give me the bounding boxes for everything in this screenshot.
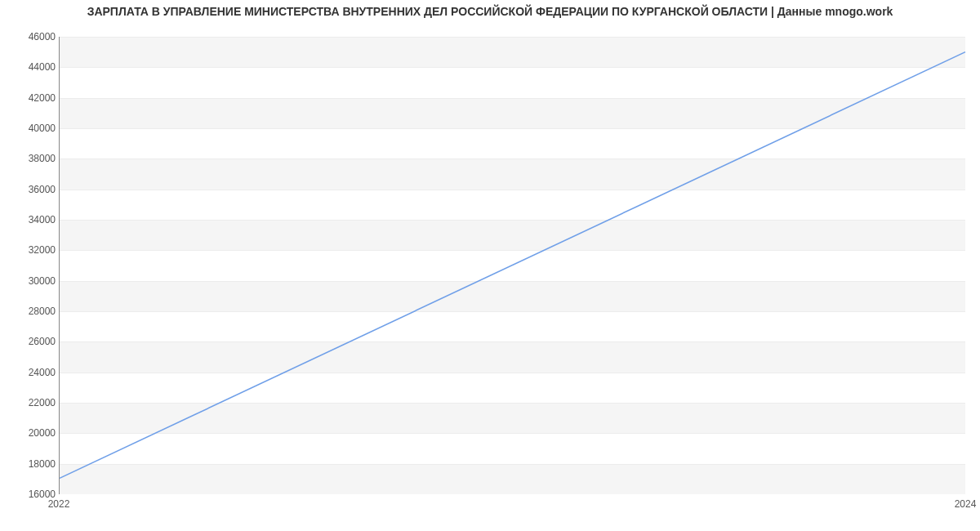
chart-container: ЗАРПЛАТА В УПРАВЛЕНИЕ МИНИСТЕРСТВА ВНУТР… <box>0 0 980 531</box>
y-tick-label: 38000 <box>11 153 56 164</box>
plot-area <box>59 37 965 494</box>
y-tick-label: 24000 <box>11 367 56 378</box>
line-series-layer <box>60 37 965 493</box>
y-tick-label: 32000 <box>11 244 56 256</box>
y-tick-label: 26000 <box>11 336 56 347</box>
y-tick-label: 44000 <box>11 61 56 73</box>
x-tick-label: 2022 <box>48 498 70 510</box>
y-tick-label: 18000 <box>11 458 56 470</box>
y-tick-label: 22000 <box>11 397 56 408</box>
y-tick-label: 20000 <box>11 427 56 439</box>
y-tick-label: 46000 <box>11 31 56 42</box>
y-tick-label: 42000 <box>11 92 56 104</box>
y-tick-label: 36000 <box>11 184 56 195</box>
x-tick-label: 2024 <box>955 498 977 510</box>
data-line <box>60 52 965 479</box>
y-tick-label: 30000 <box>11 275 56 287</box>
chart-title: ЗАРПЛАТА В УПРАВЛЕНИЕ МИНИСТЕРСТВА ВНУТР… <box>0 5 980 18</box>
y-tick-label: 28000 <box>11 306 56 317</box>
y-tick-label: 34000 <box>11 214 56 225</box>
y-tick-label: 40000 <box>11 123 56 134</box>
